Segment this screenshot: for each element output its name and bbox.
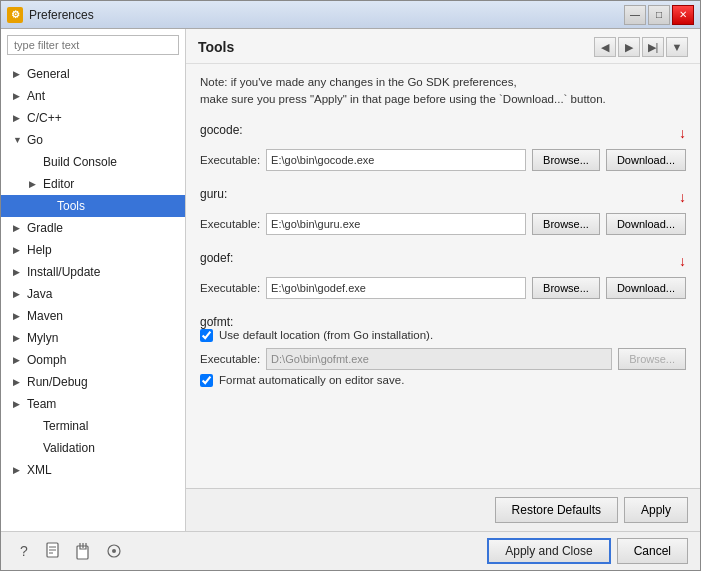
gocode-executable-input[interactable] [266, 149, 526, 171]
gocode-section: gocode: ↓ Executable: Browse... Download… [200, 123, 686, 171]
gofmt-executable-row: Executable: Browse... [200, 348, 686, 370]
window-controls: — □ ✕ [624, 5, 694, 25]
guru-title: guru: [200, 187, 227, 201]
restore-defaults-button[interactable]: Restore Defaults [495, 497, 618, 523]
guru-browse-button[interactable]: Browse... [532, 213, 600, 235]
arrow-icon: ▶ [13, 263, 23, 281]
cancel-button[interactable]: Cancel [617, 538, 688, 564]
export-icon[interactable] [73, 540, 95, 562]
arrow-icon: ▶ [13, 307, 23, 325]
panel-footer: Restore Defaults Apply [186, 488, 700, 531]
sidebar-item-label: Gradle [27, 219, 63, 237]
godef-download-arrow-icon: ↓ [679, 253, 686, 269]
sidebar-item-label: General [27, 65, 70, 83]
link-icon[interactable] [103, 540, 125, 562]
gocode-executable-row: Executable: Browse... Download... [200, 149, 686, 171]
guru-executable-row: Executable: Browse... Download... [200, 213, 686, 235]
gocode-download-button[interactable]: Download... [606, 149, 686, 171]
sidebar-item-run-debug[interactable]: ▶ Run/Debug [1, 371, 185, 393]
arrow-icon: ▼ [13, 131, 23, 149]
bottom-left-icons: ? [13, 540, 125, 562]
sidebar-item-general[interactable]: ▶ General [1, 63, 185, 85]
godef-browse-button[interactable]: Browse... [532, 277, 600, 299]
arrow-icon: ▶ [13, 285, 23, 303]
gofmt-section: gofmt: Use default location (from Go ins… [200, 315, 686, 387]
sidebar-item-label: Java [27, 285, 52, 303]
gofmt-format-auto-label: Format automatically on editor save. [219, 374, 404, 386]
bottom-right-buttons: Apply and Close Cancel [487, 538, 688, 564]
gofmt-use-default-row: Use default location (from Go installati… [200, 329, 686, 342]
sidebar-item-validation[interactable]: Validation [1, 437, 185, 459]
guru-executable-label: Executable: [200, 218, 260, 230]
sidebar-item-label: Run/Debug [27, 373, 88, 391]
sidebar-item-tools[interactable]: Tools [1, 195, 185, 217]
window-title: Preferences [29, 8, 94, 22]
guru-header-row: guru: ↓ [200, 187, 686, 207]
sidebar-item-oomph[interactable]: ▶ Oomph [1, 349, 185, 371]
gofmt-use-default-checkbox[interactable] [200, 329, 213, 342]
godef-download-button[interactable]: Download... [606, 277, 686, 299]
maximize-button[interactable]: □ [648, 5, 670, 25]
panel-header: Tools ◀ ▶ ▶| ▼ [186, 29, 700, 64]
guru-download-button[interactable]: Download... [606, 213, 686, 235]
preferences-window: ⚙ Preferences — □ ✕ ▶ General ▶ Ant [0, 0, 701, 571]
sidebar-item-editor[interactable]: ▶ Editor [1, 173, 185, 195]
nav-back-button[interactable]: ◀ [594, 37, 616, 57]
minimize-button[interactable]: — [624, 5, 646, 25]
sidebar-item-team[interactable]: ▶ Team [1, 393, 185, 415]
sidebar-item-go[interactable]: ▼ Go [1, 129, 185, 151]
sidebar-item-java[interactable]: ▶ Java [1, 283, 185, 305]
guru-executable-input[interactable] [266, 213, 526, 235]
panel-nav: ◀ ▶ ▶| ▼ [594, 37, 688, 57]
nav-forward-button[interactable]: ▶ [618, 37, 640, 57]
tree-area: ▶ General ▶ Ant ▶ C/C++ ▼ Go Build Co [1, 61, 185, 531]
nav-end-button[interactable]: ▶| [642, 37, 664, 57]
arrow-icon: ▶ [13, 329, 23, 347]
sidebar-item-label: Terminal [43, 417, 88, 435]
close-button[interactable]: ✕ [672, 5, 694, 25]
sidebar-item-label: Validation [43, 439, 95, 457]
sidebar-item-install-update[interactable]: ▶ Install/Update [1, 261, 185, 283]
godef-section: godef: ↓ Executable: Browse... Download.… [200, 251, 686, 299]
sidebar-item-build-console[interactable]: Build Console [1, 151, 185, 173]
arrow-icon: ▶ [13, 241, 23, 259]
right-panel: Tools ◀ ▶ ▶| ▼ Note: if you've made any … [186, 29, 700, 531]
gofmt-format-auto-checkbox[interactable] [200, 374, 213, 387]
godef-executable-row: Executable: Browse... Download... [200, 277, 686, 299]
sidebar-item-label: Oomph [27, 351, 66, 369]
sidebar-item-terminal[interactable]: Terminal [1, 415, 185, 437]
nav-menu-button[interactable]: ▼ [666, 37, 688, 57]
gofmt-format-auto-row: Format automatically on editor save. [200, 374, 686, 387]
sidebar-item-maven[interactable]: ▶ Maven [1, 305, 185, 327]
panel-title: Tools [198, 39, 234, 55]
sidebar-item-gradle[interactable]: ▶ Gradle [1, 217, 185, 239]
arrow-icon: ▶ [13, 65, 23, 83]
gocode-title: gocode: [200, 123, 243, 137]
sidebar-item-label: Editor [43, 175, 74, 193]
godef-title: godef: [200, 251, 233, 265]
gocode-browse-button[interactable]: Browse... [532, 149, 600, 171]
gocode-header-row: gocode: ↓ [200, 123, 686, 143]
arrow-icon: ▶ [13, 373, 23, 391]
godef-executable-input[interactable] [266, 277, 526, 299]
sidebar-item-cpp[interactable]: ▶ C/C++ [1, 107, 185, 129]
sidebar-item-xml[interactable]: ▶ XML [1, 459, 185, 481]
sidebar-item-mylyn[interactable]: ▶ Mylyn [1, 327, 185, 349]
sidebar-item-label: Ant [27, 87, 45, 105]
sidebar-item-label: Team [27, 395, 56, 413]
sidebar-item-label: Tools [57, 197, 85, 215]
godef-executable-label: Executable: [200, 282, 260, 294]
sidebar-item-label: Go [27, 131, 43, 149]
sidebar-item-label: C/C++ [27, 109, 62, 127]
gofmt-use-default-label: Use default location (from Go installati… [219, 329, 433, 341]
sidebar-item-help[interactable]: ▶ Help [1, 239, 185, 261]
document-icon[interactable] [43, 540, 65, 562]
filter-input[interactable] [7, 35, 179, 55]
apply-button[interactable]: Apply [624, 497, 688, 523]
arrow-icon: ▶ [13, 395, 23, 413]
sidebar-item-ant[interactable]: ▶ Ant [1, 85, 185, 107]
apply-and-close-button[interactable]: Apply and Close [487, 538, 610, 564]
sidebar-item-label: Build Console [43, 153, 117, 171]
help-icon[interactable]: ? [13, 540, 35, 562]
arrow-icon: ▶ [13, 87, 23, 105]
